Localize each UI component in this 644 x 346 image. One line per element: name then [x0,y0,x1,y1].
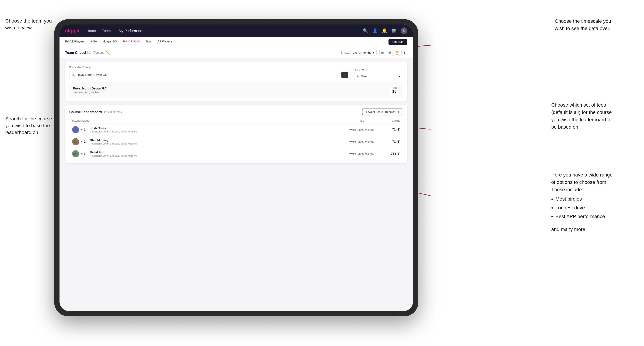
and-more-text: and many more! [551,226,635,233]
leaderboard-subtitle: , Last 3 months [102,111,122,114]
player-tee-2: White (M) (6,744 yds) [344,140,380,143]
player-score-2: 72 (E) [380,140,400,144]
star-button[interactable]: ☆ [342,72,348,78]
search-icon[interactable]: 🔍 [363,28,368,33]
tablet-screen: clippd Home Teams My Performance 🔍 👤 🔔 ⚙… [60,24,413,311]
leaderboard-card: Course Leaderboard , Last 3 months Lowes… [65,105,408,163]
player-info-3: David Ford Royal North Devon Golf Club, … [90,151,344,157]
course-search-field: Find a Golf Course 🔍 ✕ ☆ [69,66,351,80]
player-club-2: Royal North Devon Golf Club, United King… [90,142,344,145]
list-view-button[interactable]: ☰ [387,50,393,56]
sub-nav-pga[interactable]: PGA [90,40,97,44]
sub-nav-tour[interactable]: Tour [146,40,152,44]
show-value: Last 3 months [352,51,371,54]
annotation-bullet-list: Most birdies Longest drive Best APP perf… [551,195,635,220]
player-avatar-2: BM [72,138,79,145]
annotation-bot-right: Here you have a wide rangeof options to … [551,171,635,233]
course-result: Royal North Devon GC Westward Hol, Engla… [69,82,403,98]
table-row: DF ♥ 3 David Ford Royal North Devon Golf… [69,148,403,160]
nav-logo: clippd [65,28,80,33]
annotation-mid-right: Choose which set of tees(default is all)… [551,101,635,131]
annotation-top-left: Choose the team you wish to view. [5,17,61,31]
sub-nav-pgat[interactable]: PGAT Players [65,40,85,44]
search-icon-small: 🔍 [72,73,76,77]
tee-value: All Tees [357,75,367,78]
bell-icon[interactable]: 🔔 [382,28,387,33]
show-label: Show: [341,51,349,54]
nav-links: Home Teams My Performance [86,29,363,33]
grid-view-button[interactable]: ⊞ [380,50,385,56]
nav-link-my-performance[interactable]: My Performance [119,29,144,33]
score-type-chevron: ▾ [398,110,399,114]
col-tee: TEE [344,120,380,122]
player-tee-1: White (M) (6,744 yds) [344,128,380,131]
person-icon[interactable]: 👤 [372,28,378,33]
sub-nav: PGAT Players PGA Hcaps 1-5 Team Clippd T… [60,37,413,47]
holes-badge: Holes 18 [389,85,400,95]
rank-3: 3 [84,152,88,156]
annotation-top-right: Choose the timescale youwish to see the … [555,17,635,32]
col-player-name: PLAYER NAME [72,120,344,122]
tee-chevron-icon: ▾ [399,75,400,78]
score-type-label: Lowest Score (18 holes) [366,110,396,114]
annotation-top-left-text: Choose the team you wish to view. [5,18,52,30]
col-score: SCORE [380,120,400,122]
bullet-most-birdies: Most birdies [556,195,635,203]
annotation-mid-right-text: Choose which set of tees(default is all)… [551,102,612,130]
player-avatar-1: JC [72,126,79,133]
tee-select-field: Select Tee All Tees ▾ [354,69,403,80]
course-search-area: Find a Golf Course 🔍 ✕ ☆ Select Tee [60,59,413,105]
player-score-3: 73 (+1) [380,152,400,156]
annotation-bot-right-title: Here you have a wide rangeof options to … [551,172,612,192]
team-count: | 14 Players [87,51,104,54]
holes-value: 18 [392,89,396,93]
favorite-icon-2[interactable]: ♥ [81,140,82,143]
nav-link-teams[interactable]: Teams [102,29,112,33]
course-search-input[interactable] [77,73,335,77]
tee-label: Select Tee [354,69,403,72]
view-icons: ⊞ ☰ 🏆 ⬇ [380,50,408,56]
clear-icon[interactable]: ✕ [336,73,338,77]
player-info-1: Josh Coles Royal North Devon Golf Club, … [90,127,344,133]
leaderboard-header: Course Leaderboard , Last 3 months Lowes… [69,109,403,115]
avatar[interactable]: U [401,27,408,34]
player-score-1: 72 (E) [380,128,400,131]
player-tee-3: White (M) (6,744 yds) [344,152,380,155]
table-row: JC ♥ 1 Josh Coles Royal North Devon Golf… [69,124,403,136]
show-dropdown[interactable]: Last 3 months ▾ [350,50,376,56]
course-search-input-wrap: 🔍 ✕ ☆ [69,70,351,80]
settings-icon[interactable]: ⚙️ [391,28,396,33]
trophy-view-button[interactable]: 🏆 [394,50,400,56]
favorite-icon-3[interactable]: ♥ [81,152,82,155]
tablet-frame: clippd Home Teams My Performance 🔍 👤 🔔 ⚙… [54,19,418,316]
nav-link-home[interactable]: Home [86,29,96,33]
find-course-label: Find a Golf Course [69,66,351,69]
course-result-location: Westward Hol, England [73,91,107,94]
favorite-icon-1[interactable]: ♥ [81,128,82,131]
rank-2: 1 [84,140,88,144]
team-header: Team Clippd | 14 Players ✏️ Show: Last 3… [60,47,413,59]
annotation-mid-left-text: Search for the courseyou wish to base th… [5,116,52,135]
player-name-3: David Ford [90,151,344,154]
add-team-button[interactable]: Add Team [388,39,408,45]
main-content: Find a Golf Course 🔍 ✕ ☆ Select Tee [60,59,413,311]
annotation-mid-left: Search for the courseyou wish to base th… [5,115,58,136]
bullet-longest-drive: Longest drive [556,204,635,211]
bullet-best-app: Best APP performance [556,213,635,220]
sub-nav-hcaps[interactable]: Hcaps 1-5 [102,40,117,44]
edit-icon[interactable]: ✏️ [106,51,110,55]
leaderboard-columns: PLAYER NAME TEE SCORE [69,118,403,124]
tee-select-dropdown[interactable]: All Tees ▾ [354,73,403,80]
holes-label: Holes [392,87,397,89]
player-info-2: Blair McHarg Royal North Devon Golf Club… [90,139,344,145]
table-row: BM ♥ 1 Blair McHarg Royal North Devon Go… [69,136,403,148]
rank-1: 1 [84,128,88,131]
sub-nav-all-players[interactable]: All Players [158,40,172,44]
top-nav: clippd Home Teams My Performance 🔍 👤 🔔 ⚙… [60,24,413,37]
search-row: Find a Golf Course 🔍 ✕ ☆ Select Tee [69,66,403,80]
download-button[interactable]: ⬇ [402,50,408,56]
sub-nav-team-clippd[interactable]: Team Clippd [122,39,140,44]
search-card: Find a Golf Course 🔍 ✕ ☆ Select Tee [65,62,408,102]
score-type-button[interactable]: Lowest Score (18 holes) ▾ [362,109,403,115]
leaderboard-title: Course Leaderboard [69,110,102,114]
